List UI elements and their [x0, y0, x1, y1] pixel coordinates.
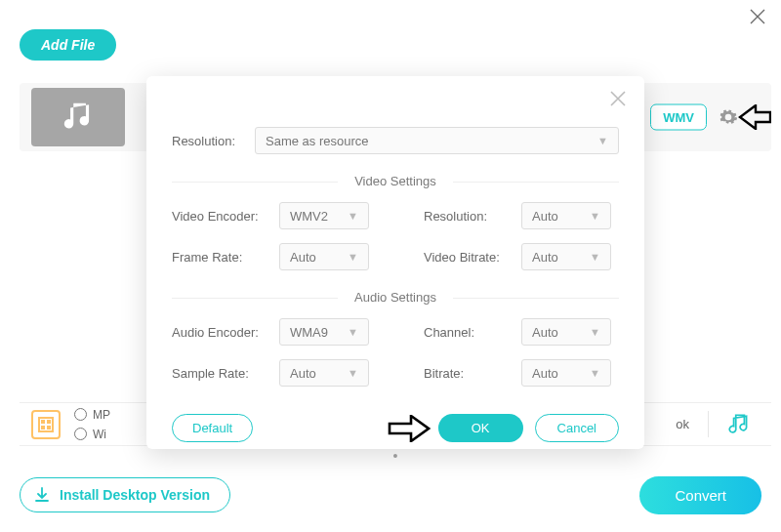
- default-button[interactable]: Default: [172, 414, 253, 442]
- audio-bitrate-label: Bitrate:: [424, 366, 512, 381]
- audio-bitrate-select[interactable]: Auto ▼: [521, 359, 611, 387]
- select-value: Auto: [532, 209, 558, 224]
- chevron-down-icon: ▼: [348, 326, 358, 338]
- svg-rect-3: [41, 426, 45, 430]
- download-icon: [34, 487, 50, 503]
- pointer-arrow-annotation: [738, 104, 771, 130]
- radio-label: MP: [93, 408, 110, 422]
- frame-rate-label: Frame Rate:: [172, 250, 269, 265]
- svg-rect-2: [47, 420, 51, 424]
- radio-label: Wi: [93, 428, 106, 441]
- audio-encoder-select[interactable]: WMA9 ▼: [279, 318, 369, 346]
- ok-button[interactable]: OK: [438, 414, 523, 442]
- chevron-down-icon: ▼: [590, 367, 600, 379]
- convert-button[interactable]: Convert: [639, 476, 761, 514]
- svg-rect-4: [47, 426, 51, 430]
- select-value: Auto: [290, 366, 316, 381]
- chevron-down-icon: ▼: [590, 251, 600, 263]
- chevron-down-icon: ▼: [348, 251, 358, 263]
- music-note-icon: [60, 99, 97, 136]
- video-resolution-label: Resolution:: [424, 209, 512, 224]
- resolution-label: Resolution:: [172, 134, 255, 148]
- audio-encoder-label: Audio Encoder:: [172, 325, 269, 340]
- video-format-icon: [31, 410, 61, 439]
- channel-select[interactable]: Auto ▼: [521, 318, 611, 346]
- cancel-button[interactable]: Cancel: [535, 414, 619, 442]
- divider: [708, 411, 709, 437]
- select-value: Auto: [532, 325, 558, 340]
- add-file-button[interactable]: Add File: [20, 29, 116, 61]
- settings-gear-button[interactable]: [719, 107, 738, 127]
- chevron-down-icon: ▼: [590, 326, 600, 338]
- chevron-down-icon: ▼: [348, 367, 358, 379]
- pager-dot: •: [172, 448, 619, 464]
- select-value: Auto: [290, 250, 316, 265]
- footer: Install Desktop Version Convert: [20, 475, 761, 514]
- sample-rate-label: Sample Rate:: [172, 366, 269, 381]
- select-value: Auto: [532, 250, 558, 265]
- sample-rate-select[interactable]: Auto ▼: [279, 359, 369, 387]
- chevron-down-icon: ▼: [590, 210, 600, 222]
- install-desktop-button[interactable]: Install Desktop Version: [20, 477, 230, 512]
- hint-text: ok: [676, 417, 689, 431]
- video-bitrate-select[interactable]: Auto ▼: [521, 243, 611, 270]
- gear-icon: [719, 107, 738, 127]
- select-value: WMA9: [290, 325, 328, 340]
- modal-close-button[interactable]: [609, 90, 627, 107]
- install-label: Install Desktop Version: [60, 487, 210, 503]
- audio-settings-heading: Audio Settings: [172, 290, 619, 305]
- format-radio-2[interactable]: Wi: [74, 428, 110, 441]
- format-badge[interactable]: WMV: [650, 104, 707, 131]
- chevron-down-icon: ▼: [348, 210, 358, 222]
- svg-rect-1: [41, 420, 45, 424]
- video-encoder-label: Video Encoder:: [172, 209, 269, 224]
- video-encoder-select[interactable]: WMV2 ▼: [279, 202, 369, 229]
- resolution-select[interactable]: Same as resource ▼: [255, 127, 619, 154]
- file-thumbnail: [31, 88, 125, 146]
- select-value: Same as resource: [266, 134, 369, 148]
- chevron-down-icon: ▼: [597, 135, 608, 146]
- select-value: WMV2: [290, 209, 328, 224]
- select-value: Auto: [532, 366, 558, 381]
- pointer-arrow-annotation: [388, 415, 431, 442]
- close-icon[interactable]: [749, 8, 766, 25]
- video-resolution-select[interactable]: Auto ▼: [521, 202, 611, 229]
- channel-label: Channel:: [424, 325, 512, 340]
- audio-format-icon[interactable]: [726, 412, 752, 437]
- video-bitrate-label: Video Bitrate:: [424, 250, 512, 265]
- frame-rate-select[interactable]: Auto ▼: [279, 243, 369, 270]
- settings-modal: Resolution: Same as resource ▼ Video Set…: [146, 76, 644, 449]
- format-radio-1[interactable]: MP: [74, 408, 110, 422]
- video-settings-heading: Video Settings: [172, 174, 619, 188]
